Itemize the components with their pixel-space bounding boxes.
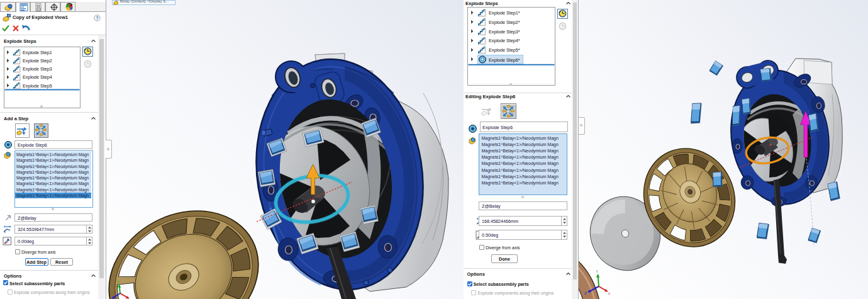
svg-text:?: ? (96, 15, 99, 21)
svg-text:Explode Step5*: Explode Step5* (489, 47, 520, 53)
svg-text:Explode Step2: Explode Step2 (23, 57, 52, 63)
svg-text:Explode Step3*: Explode Step3* (489, 29, 520, 35)
svg-text:Explode Step1: Explode Step1 (23, 49, 52, 55)
svg-text:Explode Step4*: Explode Step4* (489, 38, 520, 43)
svg-text:x: x (608, 291, 610, 295)
svg-text:Explode Step5: Explode Step5 (23, 82, 52, 88)
svg-text:Explode Step2*: Explode Step2* (489, 20, 520, 25)
svg-text:Explode Step6*: Explode Step6* (489, 57, 520, 63)
svg-text:Explode Step3: Explode Step3 (23, 66, 52, 72)
svg-text:Y: Y (596, 269, 598, 273)
svg-text:Y: Y (117, 280, 120, 284)
svg-text:d: d (4, 230, 6, 234)
svg-text:Z: Z (584, 291, 587, 295)
svg-text:Explode Step4: Explode Step4 (23, 74, 52, 80)
svg-text:Explode Step1*: Explode Step1* (489, 10, 520, 16)
